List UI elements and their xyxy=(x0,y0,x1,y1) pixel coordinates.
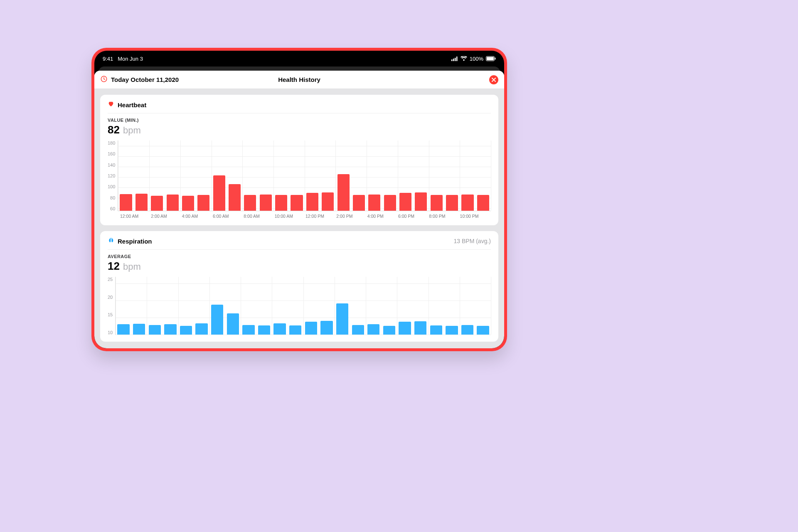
chart-bar[interactable] xyxy=(429,140,444,211)
svg-rect-6 xyxy=(495,58,496,60)
heartbeat-x-axis: 12:00 AM2:00 AM4:00 AM6:00 AM8:00 AM10:0… xyxy=(120,214,491,219)
chart-bar[interactable] xyxy=(305,140,320,211)
chart-bar[interactable] xyxy=(131,277,147,335)
screen: 9:41 Mon Jun 3 100% xyxy=(94,51,504,348)
status-right: 100% xyxy=(451,56,496,62)
battery-icon xyxy=(486,56,496,61)
heartbeat-plot xyxy=(118,140,491,211)
status-date: Mon Jun 3 xyxy=(118,56,143,62)
chart-bar[interactable] xyxy=(319,277,335,335)
status-left: 9:41 Mon Jun 3 xyxy=(103,56,143,62)
svg-rect-2 xyxy=(455,58,456,61)
chart-bar[interactable] xyxy=(227,140,242,211)
chart-bar[interactable] xyxy=(367,140,382,211)
heart-icon xyxy=(108,101,114,109)
chart-bar[interactable] xyxy=(413,277,429,335)
header-date-group: Today October 11,2020 xyxy=(100,75,179,84)
chart-bar[interactable] xyxy=(382,140,397,211)
chart-bar[interactable] xyxy=(351,140,367,211)
chart-bar[interactable] xyxy=(413,140,429,211)
respiration-card-header: Respiration 13 BPM (avg.) xyxy=(108,237,491,250)
chart-bar[interactable] xyxy=(460,277,475,335)
close-icon xyxy=(492,78,496,82)
chart-bar[interactable] xyxy=(397,277,413,335)
respiration-meta: 13 BPM (avg.) xyxy=(454,238,491,244)
chart-bar[interactable] xyxy=(382,277,397,335)
chart-bar[interactable] xyxy=(335,277,350,335)
svg-rect-3 xyxy=(456,57,458,61)
chart-bar[interactable] xyxy=(475,277,491,335)
battery-percentage: 100% xyxy=(470,56,483,62)
chart-bar[interactable] xyxy=(460,140,475,211)
status-time: 9:41 xyxy=(103,56,113,62)
chart-bar[interactable] xyxy=(335,140,351,211)
respiration-plot xyxy=(115,277,491,335)
heartbeat-card: Heartbeat VALUE (MIN.) 82 bpm 1801601401… xyxy=(100,95,498,225)
cellular-icon xyxy=(451,57,458,61)
respiration-unit: bpm xyxy=(123,261,141,272)
chart-bar[interactable] xyxy=(225,277,241,335)
sheet-header: Today October 11,2020 Health History xyxy=(94,71,504,89)
clock-icon xyxy=(100,75,108,84)
chart-bar[interactable] xyxy=(116,277,131,335)
respiration-y-axis: 25201510 xyxy=(108,277,115,335)
chart-bar[interactable] xyxy=(196,140,211,211)
modal-sheet: Today October 11,2020 Health History xyxy=(94,71,504,348)
chart-bar[interactable] xyxy=(320,140,335,211)
header-date-label: Today October 11,2020 xyxy=(111,76,179,83)
respiration-value: 12 xyxy=(108,260,120,273)
chart-bar[interactable] xyxy=(428,277,444,335)
chart-bar[interactable] xyxy=(118,140,133,211)
device-frame: 9:41 Mon Jun 3 100% xyxy=(91,48,507,351)
close-button[interactable] xyxy=(489,75,498,84)
svg-rect-1 xyxy=(453,59,454,61)
lungs-icon xyxy=(108,237,114,245)
chart-bar[interactable] xyxy=(289,140,304,211)
chart-bar[interactable] xyxy=(350,277,366,335)
heartbeat-unit: bpm xyxy=(123,125,141,136)
sheet-body: Heartbeat VALUE (MIN.) 82 bpm 1801601401… xyxy=(94,89,504,348)
chart-bar[interactable] xyxy=(444,140,460,211)
wifi-icon xyxy=(461,56,467,61)
chart-bar[interactable] xyxy=(163,277,178,335)
chart-bar[interactable] xyxy=(149,140,165,211)
heartbeat-title: Heartbeat xyxy=(118,101,146,108)
chart-bar[interactable] xyxy=(303,277,319,335)
chart-bar[interactable] xyxy=(209,277,225,335)
chart-bar[interactable] xyxy=(398,140,413,211)
chart-bar[interactable] xyxy=(134,140,149,211)
heartbeat-value: 82 xyxy=(108,123,120,136)
chart-bar[interactable] xyxy=(258,140,273,211)
status-bar: 9:41 Mon Jun 3 100% xyxy=(94,51,504,66)
svg-rect-5 xyxy=(487,57,494,60)
chart-bar[interactable] xyxy=(288,277,303,335)
chart-bar[interactable] xyxy=(242,140,258,211)
respiration-metric: AVERAGE 12 bpm xyxy=(108,254,491,273)
chart-bar[interactable] xyxy=(256,277,272,335)
chart-bar[interactable] xyxy=(147,277,163,335)
chart-bar[interactable] xyxy=(212,140,227,211)
heartbeat-y-axis: 1801601401201008060 xyxy=(108,140,118,211)
respiration-chart: 25201510 xyxy=(108,277,491,335)
chart-bar[interactable] xyxy=(272,277,288,335)
chart-bar[interactable] xyxy=(194,277,209,335)
heartbeat-metric-label: VALUE (MIN.) xyxy=(108,118,491,123)
sheet-container: Today October 11,2020 Health History xyxy=(94,66,504,348)
svg-rect-0 xyxy=(451,59,453,61)
heartbeat-metric: VALUE (MIN.) 82 bpm xyxy=(108,118,491,136)
respiration-card: Respiration 13 BPM (avg.) AVERAGE 12 bpm xyxy=(100,231,498,342)
chart-bar[interactable] xyxy=(165,140,180,211)
chart-bar[interactable] xyxy=(273,140,289,211)
chart-bar[interactable] xyxy=(444,277,460,335)
heartbeat-card-header: Heartbeat xyxy=(108,101,491,113)
heartbeat-chart: 1801601401201008060 12:00 AM2:00 AM4:00 … xyxy=(108,140,491,219)
respiration-metric-label: AVERAGE xyxy=(108,254,491,259)
chart-bar[interactable] xyxy=(366,277,382,335)
chart-bar[interactable] xyxy=(475,140,491,211)
respiration-title: Respiration xyxy=(118,238,152,245)
chart-bar[interactable] xyxy=(178,277,194,335)
chart-bar[interactable] xyxy=(180,140,196,211)
chart-bar[interactable] xyxy=(241,277,256,335)
